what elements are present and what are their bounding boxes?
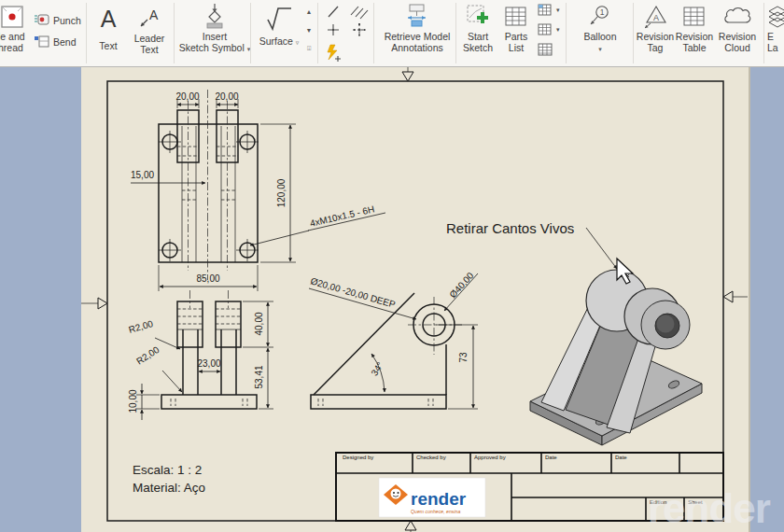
profile-view[interactable]: 34° 73 Ø20,00 -20,00 DEEP Ø40,00: [309, 270, 478, 409]
line-tool-button[interactable]: [329, 7, 338, 17]
auto-dimension-tool-button[interactable]: [328, 45, 341, 62]
drawing-graphics: 20,00 20,00 15,00 120,00 4xM10x1.5 - 6H …: [0, 0, 784, 532]
dim-85[interactable]: 85,00: [196, 273, 219, 284]
group-divider: [763, 3, 764, 63]
dim-r2-bottom[interactable]: R2,00: [134, 344, 161, 367]
layers-icon: [767, 2, 784, 32]
company-logo: render Quem conhece, ensina: [379, 478, 485, 517]
logo-name: render: [411, 489, 467, 509]
group-divider: [455, 3, 456, 63]
annotation-retirar-cantos-vivos[interactable]: Retirar Cantos Vivos: [446, 220, 574, 236]
group-divider: [317, 3, 318, 63]
group-divider: [86, 3, 87, 63]
bottom-center-mark: [405, 521, 416, 530]
dropdown-caret-icon: ▾: [598, 46, 602, 52]
sketch-tools-group: [323, 4, 371, 67]
insert-sketch-symbol-icon: [201, 2, 229, 32]
revision-tag-button[interactable]: A Revision Tag: [635, 2, 676, 54]
group-divider: [373, 3, 374, 63]
punch-icon: [34, 12, 49, 29]
revision-cloud-button[interactable]: Revision Cloud: [715, 2, 760, 54]
dim-20-left[interactable]: 20,00: [175, 91, 199, 102]
scale-note[interactable]: Escala: 1 : 2: [133, 463, 202, 477]
dim-20-right[interactable]: 20,00: [215, 91, 238, 102]
title-designed-by: Designed by: [343, 455, 373, 460]
leader-text-button[interactable]: A Leader Text: [127, 4, 172, 56]
parts-list-button[interactable]: Parts List: [497, 2, 535, 54]
table-options-group: ▾ ▾: [538, 2, 566, 65]
svg-text:A: A: [653, 13, 659, 22]
svg-text:▾: ▾: [556, 26, 560, 33]
front-view[interactable]: 20,00 20,00 15,00 120,00 4xM10x1.5 - 6H …: [131, 90, 385, 291]
retrieve-model-annotations-icon: [404, 2, 430, 32]
left-center-mark: [98, 298, 107, 309]
dim-40[interactable]: 40,00: [254, 312, 264, 335]
start-sketch-button[interactable]: Start Sketch: [458, 2, 497, 54]
general-table-button[interactable]: ▾: [539, 5, 560, 15]
dim-53[interactable]: 53,41: [254, 365, 264, 388]
dropdown-caret-icon: ▿: [296, 39, 300, 46]
isometric-view[interactable]: [530, 270, 702, 445]
ribbon-toolbar: le and hread Punch Bend A Text A Leader: [0, 0, 784, 67]
punch-button[interactable]: Punch: [34, 12, 81, 29]
balloon-button[interactable]: 1 Balloon ▾: [571, 2, 629, 54]
thread-note[interactable]: 4xM10x1.5 - 6H: [309, 203, 375, 229]
annotation-leader: [586, 228, 617, 269]
point-tool-button[interactable]: [328, 24, 339, 35]
side-view[interactable]: R2,00 R2,00 23,00 40,00 53,41 10,00: [128, 290, 273, 420]
inventor-app-window: le and hread Punch Bend A Text A Leader: [0, 0, 784, 532]
corner-holes: [159, 131, 259, 261]
parts-list-icon: [505, 2, 527, 32]
dim-73[interactable]: 73: [458, 352, 469, 363]
dim-d40[interactable]: Ø40,00: [447, 270, 475, 300]
table-button[interactable]: [539, 44, 552, 55]
insert-sketch-symbol-button[interactable]: Insert Sketch Symbol ▾: [177, 2, 252, 54]
points-pattern-tool-button[interactable]: [354, 23, 366, 36]
dim-120[interactable]: 120,00: [276, 178, 287, 207]
retrieve-model-annotations-button[interactable]: Retrieve Model Annotations: [377, 2, 457, 54]
surface-button[interactable]: Surface ▿: [256, 4, 302, 48]
group-divider: [633, 3, 634, 63]
group-divider: [250, 3, 251, 63]
parallel-lines-tool-button[interactable]: [351, 7, 368, 19]
bend-icon: [34, 34, 49, 50]
dim-r2-top[interactable]: R2,00: [128, 318, 155, 335]
revision-cloud-icon: [723, 2, 751, 32]
hole-and-thread-icon: [0, 2, 26, 32]
title-date-1: Date: [545, 455, 557, 460]
title-approved-by: Approved by: [474, 455, 506, 460]
logo-tagline: Quem conhece, ensina: [411, 509, 460, 514]
gallery-expand-button[interactable]: ⍗: [303, 43, 315, 54]
gallery-scroll-down-button[interactable]: ▼: [303, 24, 315, 35]
revision-tag-icon: A: [643, 2, 667, 32]
bend-button[interactable]: Bend: [34, 34, 77, 50]
surface-icon: [265, 4, 293, 34]
title-date-2: Date: [615, 455, 627, 460]
group-divider: [174, 3, 175, 63]
hole-table-button[interactable]: ▾: [539, 24, 560, 35]
start-sketch-icon: [466, 2, 490, 32]
layers-button[interactable]: E La: [767, 2, 784, 54]
svg-text:A: A: [149, 7, 159, 22]
revision-table-icon: [683, 2, 706, 32]
leader-text-icon: A: [138, 4, 161, 34]
balloon-icon: 1: [588, 2, 612, 32]
dim-10[interactable]: 10,00: [128, 389, 138, 413]
top-center-mark: [402, 72, 413, 81]
dim-15[interactable]: 15,00: [131, 170, 154, 180]
title-checked-by: Checked by: [416, 455, 446, 460]
material-note[interactable]: Material: Aço: [133, 481, 205, 495]
svg-text:1: 1: [600, 7, 605, 17]
svg-text:▾: ▾: [556, 7, 560, 13]
dim-23[interactable]: 23,00: [197, 358, 220, 369]
revision-table-button[interactable]: Revision Table: [674, 2, 715, 54]
dim-34deg[interactable]: 34°: [369, 360, 385, 378]
text-icon: A: [101, 7, 117, 31]
gallery-scroll-up-button[interactable]: ▲: [303, 6, 315, 17]
text-button[interactable]: A Text: [90, 4, 127, 52]
bore-note[interactable]: Ø20,00 -20,00 DEEP: [309, 275, 397, 310]
group-divider: [566, 3, 567, 63]
render-watermark: render: [648, 485, 770, 532]
right-center-mark: [723, 291, 733, 302]
